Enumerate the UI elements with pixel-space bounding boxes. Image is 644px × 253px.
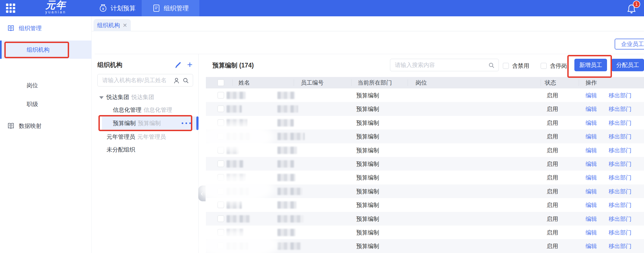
enterprise-employee-button[interactable]: 企业员工: [615, 39, 644, 50]
edit-link[interactable]: 编辑: [586, 226, 597, 239]
brand-logo-subtext: yuanian: [41, 10, 71, 14]
redacted-name: [227, 188, 249, 195]
table-row[interactable]: 预算编制 启用 编辑 移出部门: [206, 184, 644, 198]
edit-link[interactable]: 编辑: [586, 184, 597, 198]
table-row[interactable]: 预算编制 启用 编辑 移出部门: [206, 198, 644, 212]
money-bag-icon: ¥: [99, 4, 107, 13]
tree-node-yueda-group[interactable]: 悦达集团 悦达集团: [92, 91, 199, 104]
table-row[interactable]: 预算编制 启用 编辑 移出部门: [206, 129, 644, 143]
remove-from-dept-link[interactable]: 移出部门: [609, 171, 631, 184]
row-checkbox[interactable]: [218, 119, 224, 126]
redacted-employee-id: [277, 92, 295, 99]
table-row[interactable]: 预算编制 启用 编辑 移出部门: [206, 212, 644, 226]
sidebar-item-org-structure[interactable]: 组织机构: [0, 41, 92, 59]
sidebar-group-label: 组织管理: [19, 24, 42, 32]
cell-department: 预算编制: [356, 239, 379, 253]
tree-node-budget-preparation[interactable]: 预算编制 预算编制: [92, 116, 199, 130]
row-checkbox[interactable]: [218, 161, 224, 167]
edit-link[interactable]: 编辑: [586, 102, 597, 116]
redacted-employee-id: [277, 105, 298, 113]
table-row[interactable]: 预算编制 启用 编辑 移出部门: [206, 116, 644, 130]
remove-from-dept-link[interactable]: 移出部门: [609, 88, 631, 102]
cell-department: 预算编制: [356, 198, 379, 212]
cell-status: 启用: [547, 171, 558, 184]
search-icon[interactable]: [182, 77, 189, 84]
remove-from-dept-link[interactable]: 移出部门: [609, 102, 631, 116]
remove-from-dept-link[interactable]: 移出部门: [609, 184, 631, 198]
row-checkbox[interactable]: [218, 215, 224, 222]
caret-down-icon[interactable]: [99, 96, 104, 99]
sidebar-group-org-management[interactable]: 组织管理: [0, 22, 92, 34]
remove-from-dept-link[interactable]: 移出部门: [609, 239, 631, 253]
book-icon: [7, 25, 14, 32]
topnav-tab-budget-planning[interactable]: ¥ 计划预算: [92, 0, 142, 16]
redacted-name: [227, 215, 250, 223]
remove-from-dept-link[interactable]: 移出部门: [609, 157, 631, 171]
tree-node-unassigned-org[interactable]: 未分配组织: [92, 143, 199, 156]
edit-link[interactable]: 编辑: [586, 157, 597, 171]
edit-link[interactable]: 编辑: [586, 143, 597, 157]
table-row[interactable]: 预算编制 启用 编辑 移出部门: [206, 143, 644, 157]
edit-link[interactable]: 编辑: [586, 88, 597, 102]
app-launcher-grid-icon[interactable]: [6, 4, 15, 13]
table-row[interactable]: 预算编制 启用 编辑 移出部门: [206, 171, 644, 184]
column-header-employee-id: 员工编号: [301, 77, 324, 88]
row-checkbox[interactable]: [218, 243, 224, 249]
edit-link[interactable]: 编辑: [586, 129, 597, 143]
row-checkbox[interactable]: [218, 174, 224, 181]
cell-department: 预算编制: [356, 116, 379, 130]
remove-from-dept-link[interactable]: 移出部门: [609, 212, 631, 226]
row-checkbox[interactable]: [218, 147, 224, 153]
row-checkbox[interactable]: [218, 229, 224, 236]
table-row[interactable]: 预算编制 启用 编辑 移出部门: [206, 102, 644, 116]
redacted-employee-id: [277, 242, 301, 250]
row-checkbox[interactable]: [218, 106, 224, 112]
remove-from-dept-link[interactable]: 移出部门: [609, 116, 631, 130]
tree-node-alias: 悦达集团: [131, 93, 154, 101]
tree-panel-title: 组织机构: [97, 61, 122, 69]
remove-from-dept-link[interactable]: 移出部门: [609, 226, 631, 239]
row-checkbox[interactable]: [218, 188, 224, 195]
remove-from-dept-link[interactable]: 移出部门: [609, 198, 631, 212]
cell-department: 预算编制: [356, 212, 379, 226]
table-row[interactable]: 预算编制 启用 编辑 移出部门: [206, 88, 644, 102]
row-checkbox[interactable]: [218, 202, 224, 208]
sidebar-group-data-mapping[interactable]: 数据映射: [0, 120, 92, 132]
tree-node-it-management[interactable]: 信息化管理 信息化管理: [92, 103, 199, 116]
table-row[interactable]: 预算编制 启用 编辑 移出部门: [206, 157, 644, 171]
topnav-tab-org-management[interactable]: 组织管理: [142, 0, 199, 16]
tab-org-structure[interactable]: 组织机构 ✕: [94, 19, 131, 31]
edit-link[interactable]: 编辑: [586, 212, 597, 226]
close-icon[interactable]: ✕: [123, 22, 127, 29]
table-row[interactable]: 预算编制 启用 编辑 移出部门: [206, 239, 644, 253]
edit-link[interactable]: 编辑: [586, 171, 597, 184]
table-row[interactable]: 预算编制 启用 编辑 移出部门: [206, 226, 644, 239]
row-checkbox[interactable]: [218, 133, 224, 140]
remove-from-dept-link[interactable]: 移出部门: [609, 143, 631, 157]
edit-link[interactable]: 编辑: [586, 198, 597, 212]
cell-department: 预算编制: [356, 226, 379, 239]
tree-scrollbar-thumb[interactable]: [196, 116, 199, 130]
select-all-checkbox[interactable]: [218, 79, 224, 86]
sidebar-item-position[interactable]: 岗位: [0, 79, 92, 92]
sidebar-item-rank[interactable]: 职级: [0, 98, 92, 110]
redacted-name: [227, 242, 248, 250]
remove-from-dept-link[interactable]: 移出部门: [609, 129, 631, 143]
add-plus-icon[interactable]: +: [186, 59, 194, 70]
person-icon[interactable]: [173, 77, 180, 84]
document-icon: [152, 4, 160, 12]
redacted-name: [227, 160, 243, 168]
edit-link[interactable]: 编辑: [586, 239, 597, 253]
edit-link[interactable]: 编辑: [586, 116, 597, 130]
cell-status: 启用: [547, 143, 558, 157]
edit-pencil-icon[interactable]: [175, 62, 182, 69]
redacted-name: [227, 92, 246, 99]
tree-node-yuannian-admin[interactable]: 元年管理员 元年管理员: [92, 130, 199, 143]
redacted-name: [227, 174, 246, 181]
cell-department: 预算编制: [356, 184, 379, 198]
cell-status: 启用: [547, 226, 558, 239]
redacted-employee-id: [277, 133, 305, 140]
more-actions-icon[interactable]: [182, 122, 191, 124]
row-checkbox[interactable]: [218, 92, 224, 98]
panel-collapse-handle[interactable]: ‹: [198, 186, 206, 201]
